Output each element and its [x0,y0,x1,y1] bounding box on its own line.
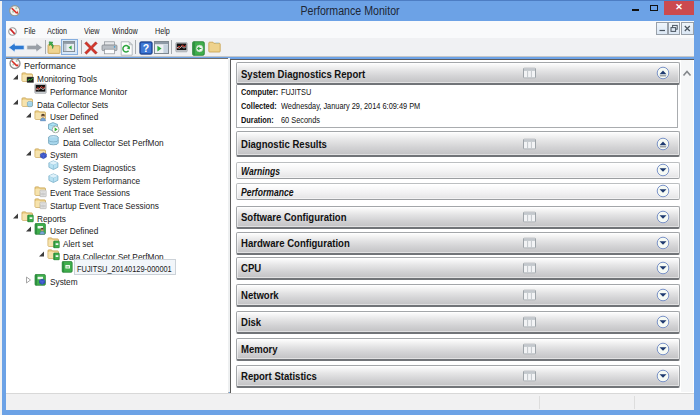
svg-text:?: ? [142,41,148,53]
